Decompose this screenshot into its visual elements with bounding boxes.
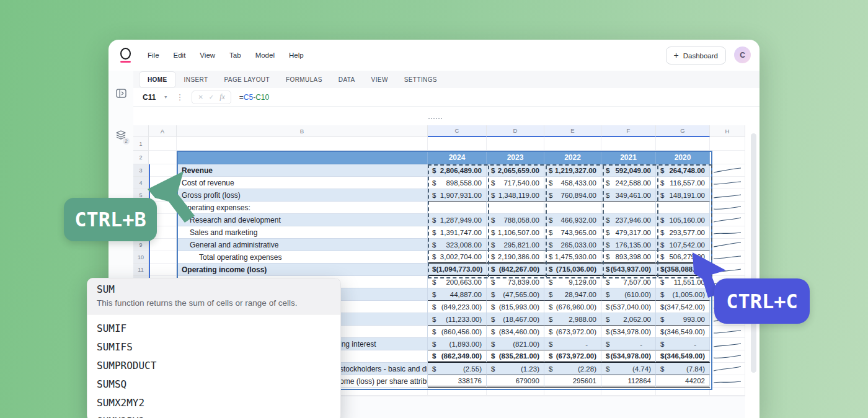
value-cell[interactable]: $1,348,119.00 — [487, 189, 544, 202]
value-cell[interactable]: $(673,972.00) — [544, 350, 601, 363]
tab-view[interactable]: VIEW — [363, 71, 396, 88]
value-cell[interactable]: $(346,549.00) — [656, 350, 710, 363]
value-cell[interactable]: $760,894.00 — [544, 189, 601, 202]
value-cell[interactable]: $2,065,659.00 — [487, 164, 544, 177]
more-options-icon[interactable]: ⋮ — [175, 92, 184, 102]
value-cell[interactable]: $9,129.00 — [544, 276, 601, 288]
value-cell[interactable]: $(842,267.00) — [487, 264, 544, 276]
value-cell[interactable]: $1,219,327.00 — [544, 164, 601, 177]
column-header-g[interactable]: G — [656, 125, 710, 137]
tab-data[interactable]: DATA — [330, 71, 363, 88]
sparkline-cell[interactable] — [710, 338, 745, 350]
value-cell[interactable]: $(815,993.00) — [487, 301, 544, 313]
value-cell[interactable]: $(347,542.00) — [656, 301, 710, 313]
cell[interactable] — [149, 164, 177, 177]
row-label-cell[interactable]: Research and development — [177, 214, 428, 226]
function-suggestion-sumx2py2[interactable]: SUMX2PY2 — [97, 412, 331, 418]
value-cell[interactable]: $(7.84) — [656, 363, 710, 375]
row-label-cell[interactable]: Revenue — [177, 164, 428, 177]
cell[interactable] — [149, 137, 177, 151]
cell[interactable] — [710, 151, 745, 164]
cell[interactable] — [656, 388, 710, 396]
cell[interactable] — [149, 239, 177, 251]
cell[interactable] — [601, 137, 656, 151]
value-cell[interactable]: $(676,960.00) — [544, 301, 601, 313]
value-cell[interactable]: $2,062.00 — [601, 313, 656, 326]
name-box-caret-icon[interactable]: ▾ — [164, 94, 167, 100]
sparkline-cell[interactable] — [710, 189, 745, 202]
value-cell[interactable]: $(862,349.00) — [428, 350, 487, 363]
vertical-scrollbar[interactable] — [751, 133, 756, 373]
cell[interactable] — [177, 137, 428, 151]
avatar[interactable]: C — [734, 47, 751, 63]
year-header-cell[interactable]: 2020 — [656, 151, 710, 164]
row-number[interactable]: 2 — [133, 151, 149, 164]
value-cell[interactable]: $28,947.00 — [544, 288, 601, 301]
year-header-cell[interactable]: 2024 — [428, 151, 487, 164]
value-cell[interactable]: $237,946.00 — [601, 214, 656, 226]
cell[interactable] — [428, 388, 487, 396]
value-cell[interactable]: $295,821.00 — [487, 239, 544, 251]
fx-icon[interactable]: fx — [219, 92, 225, 102]
tab-home[interactable]: HOME — [139, 71, 176, 88]
menu-item-edit[interactable]: Edit — [174, 51, 186, 59]
sheet-resize-handle[interactable] — [428, 118, 442, 119]
sparkline-cell[interactable] — [710, 164, 745, 177]
value-cell[interactable]: 295601 — [544, 375, 601, 388]
confirm-formula-icon[interactable]: ✓ — [209, 94, 214, 100]
value-cell[interactable]: $44,887.00 — [428, 288, 487, 301]
sparkline-cell[interactable] — [710, 239, 745, 251]
value-cell[interactable]: $349,461.00 — [601, 189, 656, 202]
value-cell[interactable]: 112864 — [601, 375, 656, 388]
dashboard-button[interactable]: + Dashboard — [666, 47, 726, 64]
menu-item-help[interactable]: Help — [289, 51, 304, 59]
value-cell[interactable]: $506,279.00 — [656, 251, 710, 264]
value-cell[interactable]: $3,002,704.00 — [428, 251, 487, 264]
value-cell[interactable] — [601, 202, 656, 214]
sparkline-cell[interactable] — [710, 350, 745, 363]
tab-formulas[interactable]: FORMULAS — [278, 71, 330, 88]
value-cell[interactable]: $(673,972.00) — [544, 326, 601, 338]
function-suggestion-sumx2my2[interactable]: SUMX2MY2 — [97, 393, 331, 412]
value-cell[interactable]: $116,557.00 — [656, 177, 710, 189]
value-cell[interactable]: $- — [656, 338, 710, 350]
value-cell[interactable]: $(47,565.00) — [487, 288, 544, 301]
value-cell[interactable]: $743,965.00 — [544, 226, 601, 239]
cancel-formula-icon[interactable]: ✕ — [198, 94, 203, 100]
value-cell[interactable]: $(860,456.00) — [428, 326, 487, 338]
value-cell[interactable]: $(610.00) — [601, 288, 656, 301]
value-cell[interactable]: $7,507.00 — [601, 276, 656, 288]
cell[interactable] — [149, 151, 177, 164]
value-cell[interactable]: $458,433.00 — [544, 177, 601, 189]
menu-item-file[interactable]: File — [148, 51, 159, 59]
value-cell[interactable]: $242,588.00 — [601, 177, 656, 189]
cell[interactable] — [544, 137, 601, 151]
value-cell[interactable]: $265,033.00 — [544, 239, 601, 251]
value-cell[interactable]: $(537,040.00) — [601, 301, 656, 313]
value-cell[interactable]: $(715,036.00) — [544, 264, 601, 276]
row-label-cell[interactable]: Gross profit (loss) — [177, 189, 428, 202]
value-cell[interactable]: $(1,893.00) — [428, 338, 487, 350]
value-cell[interactable]: $2,988.00 — [544, 313, 601, 326]
cell[interactable] — [544, 388, 601, 396]
row-label-cell[interactable]: Total operating expenses — [177, 251, 428, 264]
row-label-cell[interactable]: Operating income (loss) — [177, 264, 428, 276]
value-cell[interactable]: $264,748.00 — [656, 164, 710, 177]
cell[interactable] — [177, 151, 428, 164]
value-cell[interactable]: $(834,460.00) — [487, 326, 544, 338]
column-header-b[interactable]: B — [177, 125, 428, 137]
value-cell[interactable]: $(1.23) — [487, 363, 544, 375]
menu-item-tab[interactable]: Tab — [229, 51, 241, 59]
cell[interactable] — [428, 137, 487, 151]
value-cell[interactable]: $107,542.00 — [656, 239, 710, 251]
value-cell[interactable] — [656, 202, 710, 214]
value-cell[interactable]: $(358,088.00) — [656, 264, 710, 276]
value-cell[interactable]: 44202 — [656, 375, 710, 388]
value-cell[interactable]: $(1,005.00) — [656, 288, 710, 301]
row-label-cell[interactable]: Sales and marketing — [177, 226, 428, 239]
grid-corner-cell[interactable] — [133, 125, 149, 137]
value-cell[interactable]: $(4.74) — [601, 363, 656, 375]
column-header-c[interactable]: C — [428, 125, 487, 137]
value-cell[interactable]: $- — [544, 338, 601, 350]
value-cell[interactable]: $993.00 — [656, 313, 710, 326]
